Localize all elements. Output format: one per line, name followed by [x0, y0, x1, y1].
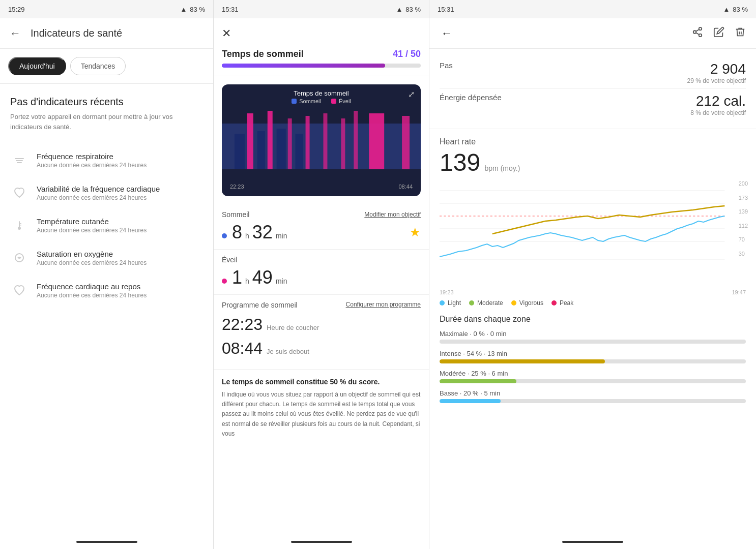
configure-link[interactable]: Configurer mon programme [346, 301, 421, 309]
chart-time-row: 22:23 08:44 [222, 181, 421, 190]
sommeil-flex: 8 h 32 min ★ [222, 222, 421, 243]
eveil-dot [222, 279, 227, 284]
health-name-1: Fréquence respiratoire [37, 152, 147, 161]
legend-vigorous: Vigorous [511, 299, 543, 307]
close-button[interactable]: ✕ [222, 27, 231, 40]
no-data-title: Pas d'indicateurs récents [10, 96, 203, 108]
tab-tendances[interactable]: Tendances [70, 57, 126, 75]
oxygen-icon [10, 249, 28, 267]
list-item[interactable]: Fréquence cardiaque au repos Aucune donn… [0, 274, 213, 307]
svg-rect-10 [268, 111, 273, 169]
eveil-minutes: 49 [252, 267, 273, 288]
y-label-139: 139 [739, 208, 748, 215]
sleep-score-row: Temps de sommeil 41 / 50 [222, 49, 421, 59]
expand-icon[interactable]: ⤢ [408, 89, 415, 99]
legend-label-light: Light [448, 299, 461, 307]
bottom-bar-2 [291, 541, 352, 543]
list-item[interactable]: Fréquence respiratoire Aucune donnée ces… [0, 144, 213, 176]
header-1: ← Indicateurs de santé [0, 18, 213, 49]
svg-point-22 [699, 27, 702, 30]
wifi-icon-3: ▲ [723, 6, 730, 13]
zone-maximale: Maximale · 0 % · 0 min [440, 330, 746, 344]
legend-dot-peak [551, 300, 557, 306]
edit-icon[interactable] [713, 26, 724, 40]
hr-section: Heart rate 139 bpm (moy.) [429, 129, 756, 176]
wifi-icon-1: ▲ [180, 6, 187, 13]
sommeil-label: Sommeil [222, 210, 249, 219]
status-bar-2: 15:31 ▲ 83 % [214, 0, 429, 18]
health-name-4: Saturation en oxygène [37, 250, 147, 258]
health-text-5: Fréquence cardiaque au repos Aucune donn… [37, 282, 147, 299]
info-text: Il indique où vous vous situez par rappo… [222, 390, 421, 439]
zone-basse-label: Basse · 20 % · 5 min [440, 389, 746, 397]
sommeil-dot [222, 233, 227, 238]
star-icon: ★ [410, 225, 421, 239]
panel2-header: ✕ [214, 18, 429, 49]
modify-goal-link[interactable]: Modifier mon objectif [364, 211, 421, 218]
delete-icon[interactable] [735, 26, 746, 40]
panel-sleep: 15:31 ▲ 83 % ✕ Temps de sommeil 41 / 50 … [214, 0, 429, 549]
zone-maximale-label: Maximale · 0 % · 0 min [440, 330, 746, 338]
tab-aujourd-hui[interactable]: Aujourd'hui [8, 57, 66, 75]
svg-point-24 [699, 34, 702, 37]
health-desc-3: Aucune donnée ces dernières 24 heures [37, 227, 147, 234]
info-section: Le temps de sommeil constitue 50 % du sc… [214, 370, 429, 447]
zone-intense-label: Intense · 54 % · 13 min [440, 350, 746, 357]
sleep-progress-bar [222, 64, 421, 68]
bottom-bar-3 [562, 541, 623, 543]
sleep-progress-fill [222, 64, 385, 68]
zone-intense-bar-bg [440, 359, 746, 363]
metrics-section: Pas 2 904 29 % de votre objectif Énergie… [429, 49, 756, 129]
sommeil-min: min [276, 232, 287, 240]
health-name-2: Variabilité de la fréquence cardiaque [37, 185, 160, 193]
wifi-icon-2: ▲ [396, 6, 402, 13]
status-right-2: ▲ 83 % [396, 6, 421, 13]
legend-dot-vigorous [511, 300, 516, 306]
svg-rect-0 [15, 158, 24, 159]
bedtime-value: 22:23 [222, 315, 263, 334]
health-name-3: Température cutanée [37, 217, 147, 226]
panel-health-indicators: 15:29 ▲ 83 % ← Indicateurs de santé Aujo… [0, 0, 214, 549]
no-data-section: Pas d'indicateurs récents Portez votre a… [0, 84, 213, 140]
wakeup-desc: Je suis debout [267, 348, 309, 355]
back-button-3[interactable]: ← [440, 27, 454, 40]
zone-basse-bar-bg [440, 399, 746, 403]
list-item[interactable]: Saturation en oxygène Aucune donnée ces … [0, 241, 213, 274]
legend-light: Light [440, 299, 461, 307]
list-item[interactable]: Variabilité de la fréquence cardiaque Au… [0, 176, 213, 209]
svg-line-26 [696, 29, 699, 32]
zone-moderee-label: Modérée · 25 % · 6 min [440, 370, 746, 377]
zone-basse: Basse · 20 % · 5 min [440, 389, 746, 403]
programme-section: Programme de sommeil Configurer mon prog… [214, 295, 429, 370]
sommeil-h: h [245, 232, 249, 240]
zone-intense: Intense · 54 % · 13 min [440, 350, 746, 363]
list-item[interactable]: Température cutanée Aucune donnée ces de… [0, 209, 213, 241]
legend-moderate: Moderate [469, 299, 503, 307]
no-data-subtitle: Portez votre appareil en dormant pour me… [10, 112, 203, 132]
health-desc-4: Aucune donnée ces dernières 24 heures [37, 259, 147, 266]
temperature-icon [10, 216, 28, 234]
zone-basse-bar [440, 399, 501, 403]
svg-rect-3 [19, 221, 20, 227]
y-label-30: 30 [739, 251, 748, 257]
hr-unit: bpm (moy.) [485, 164, 520, 172]
sleep-chart-title: Temps de sommeil [222, 84, 421, 98]
health-desc-1: Aucune donnée ces dernières 24 heures [37, 162, 147, 169]
info-title: Le temps de sommeil constitue 50 % du sc… [222, 378, 421, 386]
pas-row: Pas 2 904 29 % de votre objectif [440, 57, 746, 89]
status-time-2: 15:31 [222, 6, 239, 13]
legend-eveil: Éveil [331, 98, 351, 104]
pas-value: 2 904 [687, 61, 746, 77]
status-time-3: 15:31 [438, 6, 454, 13]
hr-y-labels: 200 173 139 112 70 30 [739, 180, 748, 257]
chart-time-start: 22:23 [230, 184, 244, 190]
share-icon[interactable] [692, 26, 703, 40]
eveil-min: min [276, 277, 287, 285]
panel-heart-rate: 15:31 ▲ 83 % ← [429, 0, 756, 549]
sleep-chart: Temps de sommeil Sommeil Éveil ⤢ [222, 84, 421, 196]
back-button-1[interactable]: ← [8, 27, 22, 40]
battery-1: 83 % [190, 6, 205, 13]
svg-rect-15 [354, 111, 358, 169]
pas-label: Pas [440, 61, 453, 70]
hr-chart: 200 173 139 112 70 30 [429, 176, 756, 288]
